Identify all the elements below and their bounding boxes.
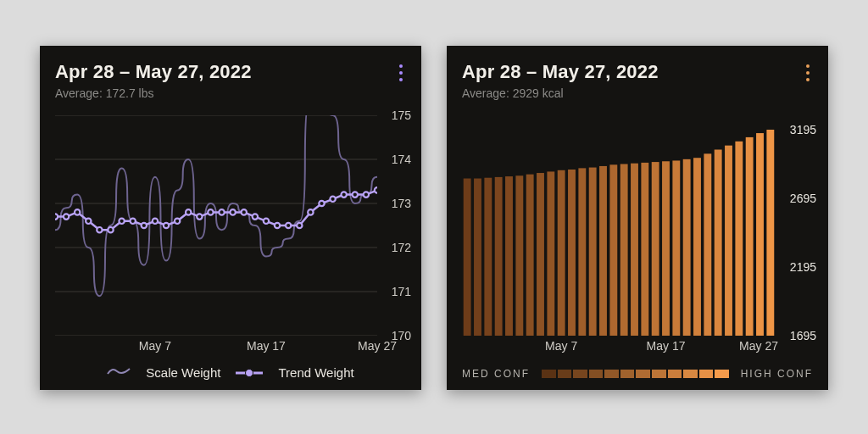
svg-point-18: [186, 209, 191, 214]
calorie-bar: [474, 179, 481, 336]
calorie-bar: [735, 142, 743, 336]
calorie-bar: [672, 160, 680, 336]
svg-point-17: [175, 219, 180, 224]
calorie-bar: [704, 153, 711, 336]
x-tick: May 27: [739, 339, 778, 353]
calorie-bar: [599, 166, 607, 336]
svg-point-13: [131, 219, 136, 224]
svg-point-21: [219, 209, 224, 214]
svg-point-34: [364, 192, 369, 197]
calories-card: Apr 28 – May 27, 2022 Average: 2929 kcal…: [447, 46, 828, 390]
x-tick: May 7: [139, 339, 171, 353]
calorie-bar: [484, 178, 492, 336]
svg-point-37: [246, 369, 253, 376]
calorie-bar: [693, 158, 701, 336]
y-tick: 171: [377, 285, 411, 298]
calorie-bar: [495, 177, 503, 336]
calorie-bar: [715, 149, 722, 336]
legend-trend-icon: [236, 367, 263, 379]
svg-point-15: [153, 219, 158, 224]
calories-card-title: Apr 28 – May 27, 2022: [462, 61, 659, 83]
weight-legend: Scale Weight Trend Weight: [40, 365, 421, 380]
calorie-bar: [756, 133, 764, 336]
calorie-bar: [620, 164, 628, 336]
y-tick: 172: [377, 241, 411, 254]
svg-point-19: [197, 214, 202, 219]
calories-x-axis: May 7May 17May 27: [462, 339, 776, 356]
calorie-bar: [526, 175, 534, 336]
legend-trend-label: Trend Weight: [278, 365, 353, 380]
svg-point-33: [353, 192, 358, 197]
calorie-bar: [631, 164, 638, 336]
svg-point-30: [319, 201, 324, 206]
weight-card-menu-button[interactable]: [392, 63, 409, 83]
weight-card: Apr 28 – May 27, 2022 Average: 172.7 lbs…: [40, 46, 421, 390]
calorie-bar: [589, 168, 597, 336]
svg-point-11: [108, 227, 113, 232]
calorie-bar: [683, 159, 691, 336]
svg-point-31: [330, 197, 335, 202]
svg-point-25: [264, 219, 269, 224]
svg-point-16: [164, 223, 169, 228]
svg-point-9: [86, 219, 91, 224]
weight-chart: [55, 115, 377, 336]
svg-point-12: [119, 219, 124, 224]
calorie-bar: [515, 175, 523, 336]
svg-point-35: [375, 187, 377, 192]
calorie-bar: [568, 170, 576, 336]
calories-card-menu-button[interactable]: [799, 63, 816, 83]
svg-point-10: [97, 227, 102, 232]
svg-point-32: [341, 192, 346, 197]
calorie-bar: [725, 146, 732, 336]
weight-y-axis: 170171172173174175: [381, 115, 415, 336]
x-tick: May 7: [545, 339, 577, 353]
weight-x-axis: May 7May 17May 27: [55, 339, 377, 356]
calorie-bar: [652, 162, 659, 336]
svg-point-7: [64, 214, 69, 219]
svg-point-27: [286, 223, 291, 228]
legend-scale-label: Scale Weight: [146, 365, 220, 380]
calorie-bar: [766, 130, 774, 336]
svg-point-20: [208, 209, 213, 214]
calories-card-subtitle: Average: 2929 kcal: [462, 86, 564, 100]
weight-card-subtitle: Average: 172.7 lbs: [55, 86, 154, 100]
svg-point-22: [230, 209, 235, 214]
calories-y-axis: 1695219526953195: [781, 115, 823, 336]
calorie-bar: [537, 173, 544, 336]
calorie-bar: [505, 176, 513, 336]
svg-point-24: [253, 214, 258, 219]
svg-point-23: [242, 209, 247, 214]
y-tick: 2695: [774, 192, 816, 205]
svg-point-8: [75, 209, 80, 214]
stage: Apr 28 – May 27, 2022 Average: 172.7 lbs…: [0, 0, 868, 434]
legend-scale-icon: [107, 365, 131, 380]
calorie-bar: [547, 171, 554, 336]
x-tick: May 17: [247, 339, 286, 353]
svg-point-14: [142, 223, 147, 228]
svg-point-26: [275, 223, 280, 228]
svg-point-6: [55, 214, 58, 219]
calorie-bar: [746, 137, 754, 336]
confidence-low-label: MED CONF: [462, 368, 530, 380]
y-tick: 175: [377, 108, 411, 122]
calorie-bar: [578, 168, 586, 336]
calorie-bar: [464, 179, 471, 336]
confidence-high-label: HIGH CONF: [741, 368, 813, 380]
calorie-bar: [558, 170, 565, 336]
calorie-bar: [662, 161, 670, 336]
x-tick: May 17: [647, 339, 686, 353]
y-tick: 2195: [774, 260, 816, 274]
svg-point-28: [297, 223, 302, 228]
calories-chart: [462, 115, 776, 336]
calorie-bar: [641, 163, 648, 336]
y-tick: 173: [377, 197, 411, 210]
svg-point-29: [308, 209, 313, 214]
x-tick: May 27: [358, 339, 397, 353]
confidence-gradient-icon: [542, 370, 729, 378]
y-tick: 174: [377, 153, 411, 166]
calorie-bar: [609, 164, 617, 336]
weight-card-title: Apr 28 – May 27, 2022: [55, 61, 252, 83]
confidence-legend: MED CONF HIGH CONF: [462, 368, 813, 380]
y-tick: 3195: [774, 123, 816, 136]
y-tick: 1695: [774, 329, 816, 342]
